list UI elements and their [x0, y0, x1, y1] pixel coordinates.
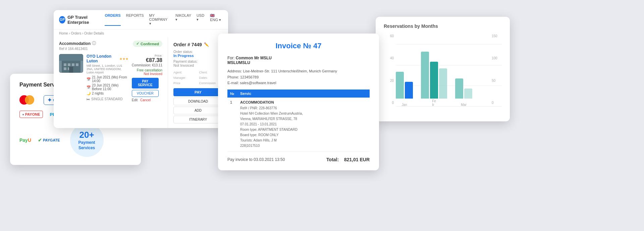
add-button[interactable]: ADD: [173, 107, 223, 114]
invoice-header-row: № Servic: [227, 90, 370, 98]
order-detail-card: GP GP Travel Enterprise ORDERS REPORTS M…: [54, 10, 228, 128]
nav-currency[interactable]: USD ▾: [197, 13, 205, 26]
hotel-row: OYO London Luton ★★★ Mill Street, 1, Lon…: [59, 54, 162, 102]
brand-icon: GP: [59, 16, 65, 23]
paygate-check-icon: ✔: [38, 137, 42, 143]
webpay-star-icon: ✦: [47, 97, 52, 103]
cancel-link[interactable]: Cancel: [140, 98, 151, 102]
payment-status-label: Payment status:: [173, 60, 223, 63]
nav-user[interactable]: NIKOLAY ▾: [175, 13, 191, 26]
pay-service-button[interactable]: PAY SERVICE: [132, 78, 159, 89]
breadcrumb-detail: Order Details: [84, 32, 104, 35]
svg-rect-2: [64, 63, 66, 66]
bar-group-mar: Mar: [455, 78, 472, 107]
col-number: №: [227, 90, 237, 98]
pay-deadline: Pay invoice to 03.03.2021 13:50: [227, 157, 285, 162]
nav-lang[interactable]: 🇬🇧 ENG ▾: [210, 13, 223, 26]
nav-orders[interactable]: ORDERS: [105, 13, 120, 26]
invoice-table-body: 1 ACCOMMODATION Ref# / PNR: 228-863776 H…: [227, 98, 370, 152]
itinerary-button[interactable]: ITINERARY: [173, 116, 223, 123]
nav-company[interactable]: MY COMPANY ▾: [149, 13, 170, 26]
pay-button[interactable]: PAY: [173, 88, 223, 96]
bar-feb-tall: [421, 52, 429, 99]
payment-status-section: Payment status: Not Invoiced: [173, 60, 223, 67]
payment-status-value: Not Invoiced: [173, 63, 223, 67]
service-detail-cell: ACCOMMODATION Ref# / PNR: 228-863776 Hot…: [237, 98, 370, 152]
invoice-title: Invoice № 47: [227, 42, 370, 50]
invoice-table-header: № Servic: [227, 90, 370, 98]
nav-links: ORDERS REPORTS MY COMPANY ▾ NIKOLAY ▾ US…: [105, 13, 223, 26]
edit-link[interactable]: Edit: [132, 98, 138, 102]
hotel-image: [59, 54, 83, 73]
brand-name: GP Travel Enterprise: [67, 15, 105, 25]
payment-count-badge: 20+ PaymentServices: [70, 123, 104, 157]
chart-title: Reservations by Months: [384, 23, 502, 29]
service-details: Ref# / PNR: 228-863776 Hotel NH Collecti…: [240, 106, 367, 149]
invoice-row-1: 1 ACCOMMODATION Ref# / PNR: 228-863776 H…: [227, 98, 370, 152]
order-status-section: Order status: In Progress: [173, 50, 223, 58]
nights-icon: 🌙: [87, 92, 91, 95]
price-label: Price:: [132, 54, 162, 57]
payone-logo: ■ PAYONE: [19, 111, 43, 118]
mastercard-logo: [19, 95, 37, 105]
voucher-button[interactable]: VOUCHER: [132, 90, 159, 97]
jan-label: Jan: [401, 103, 407, 107]
invoice-for: For: Common Mr MSLU MSLUMSLU: [227, 56, 370, 65]
bed-icon: 🛏: [87, 97, 90, 101]
bar-group-feb-inner: [421, 52, 447, 99]
bar-group-jan: Jan: [396, 72, 413, 107]
invoice-footer: Pay invoice to 03.03.2021 13:50 Total: 8…: [227, 157, 370, 162]
nav-reports[interactable]: REPORTS: [126, 13, 144, 26]
payu-logo: PayU: [19, 137, 31, 143]
svg-rect-9: [59, 54, 83, 61]
free-cancel: Free cancellation: [132, 68, 162, 72]
price-amount: €87.38: [132, 57, 162, 63]
invoice-table: № Servic 1 ACCOMMODATION Ref# / PNR: 228…: [227, 90, 370, 152]
breadcrumb-orders[interactable]: Orders: [71, 32, 82, 35]
chart-y-axis-right: 150 100 50 0: [492, 34, 502, 105]
bar-mar-tall: [455, 78, 463, 99]
mar-label: Mar: [461, 103, 467, 107]
order-number: Order # 7449 ✏️: [173, 42, 223, 47]
section-title: Accommodation ⓘ: [59, 41, 96, 46]
hotel-address: Mill Street, 1, London, LU1 2NA, UNITED …: [87, 64, 128, 74]
chart-y-axis-left: 60 40 20 0: [384, 34, 394, 105]
order-fields-grid: Agent: Client: Manager: Dates: Price: [173, 71, 223, 85]
invoice-address: Address: Lise-Meitner-Str. 111 Unterschl…: [227, 68, 370, 86]
hotel-stars: ★★★: [119, 57, 128, 61]
order-card-content: Accommodation ⓘ Ref # 164-4613401 ✓ Conf…: [54, 37, 228, 128]
paygate-logo: ✔ PAYGATE: [38, 137, 60, 143]
svg-rect-3: [68, 63, 70, 66]
room-type: 🛏 SINGLE STANDARD: [87, 97, 128, 101]
svg-rect-8: [69, 67, 73, 73]
hotel-info: OYO London Luton ★★★ Mill Street, 1, Lon…: [87, 54, 128, 101]
download-button[interactable]: DOWNLOAD: [173, 98, 223, 105]
feb-label: Feb: [432, 99, 436, 107]
edit-cancel-row: Edit Cancel: [132, 98, 162, 102]
breadcrumb: Home › Orders › Order Details: [54, 30, 228, 37]
price-field: Price: [173, 81, 197, 85]
service-number: 1: [227, 98, 237, 152]
ref-text: Ref # 164-4613401: [59, 47, 96, 51]
commission: Commission: €13.11: [132, 63, 162, 67]
bar-jan-blue: [405, 82, 413, 99]
invoice-card: Invoice № 47 For: Common Mr MSLU MSLUMSL…: [218, 34, 379, 170]
section-header: Accommodation ⓘ Ref # 164-4613401: [59, 41, 96, 51]
bar-group-feb: Feb: [421, 52, 447, 107]
not-invoiced: Not Invoiced: [132, 72, 162, 76]
order-card-header: GP GP Travel Enterprise ORDERS REPORTS M…: [54, 10, 228, 30]
nights-count: 2 nights: [92, 92, 104, 95]
order-status-label: Order status:: [173, 50, 223, 54]
breadcrumb-home[interactable]: Home: [59, 32, 68, 35]
checkin-icon: 📅: [87, 77, 91, 81]
hotel-illustration: [59, 54, 83, 73]
checkout-icon: 📅: [87, 85, 91, 89]
edit-icon[interactable]: ✏️: [204, 42, 209, 47]
brand-logo: GP GP Travel Enterprise: [59, 15, 105, 25]
svg-rect-6: [64, 67, 66, 70]
bar-feb-medium: [430, 62, 438, 99]
bar-group-jan-inner: [396, 72, 413, 99]
payment-row-3: PayU ✔ PAYGATE 20+ PaymentServices: [19, 123, 131, 157]
status-badge: ✓ Confirmed: [133, 41, 162, 47]
hotel-dates: 📅 21 Jun 2021 (Mo) From 14:00 📅 23 Jun 2…: [87, 75, 128, 95]
